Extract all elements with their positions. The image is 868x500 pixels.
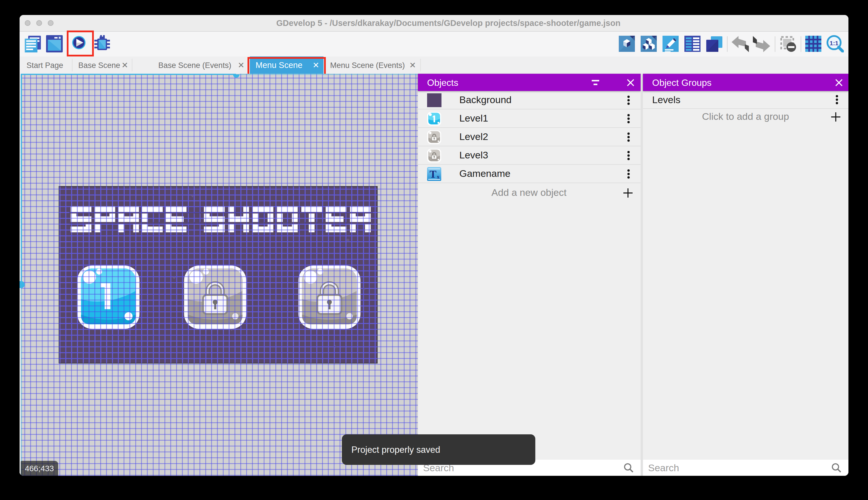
svg-text:1:1: 1:1 [830,40,838,46]
svg-text:T: T [430,168,437,180]
svg-text:x: x [437,174,440,180]
